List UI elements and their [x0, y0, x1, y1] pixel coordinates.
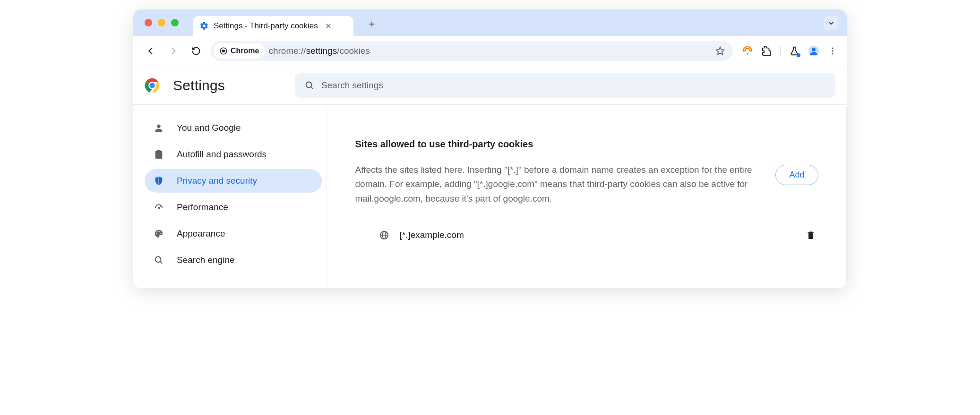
sidebar-item-label: Appearance: [177, 229, 225, 239]
chrome-logo-icon: [145, 78, 160, 93]
palette-icon: [153, 229, 164, 239]
close-tab-button[interactable]: [323, 21, 334, 31]
person-icon: [153, 123, 164, 133]
sidebar-item-appearance[interactable]: Appearance: [145, 222, 322, 246]
minimize-window-button[interactable]: [158, 19, 165, 26]
svg-point-3: [797, 53, 800, 57]
vpn-extension-icon[interactable]: [742, 46, 753, 56]
browser-window: Settings - Third-party cookies Chrome: [133, 9, 847, 288]
search-placeholder: Search settings: [321, 80, 383, 91]
search-icon: [304, 80, 315, 91]
sidebar-item-autofill[interactable]: Autofill and passwords: [145, 143, 322, 166]
labs-flask-icon[interactable]: [789, 46, 799, 56]
close-window-button[interactable]: [145, 19, 152, 26]
sidebar-item-label: Search engine: [177, 255, 235, 265]
extension-icons: [742, 45, 837, 57]
globe-icon: [379, 230, 389, 240]
svg-rect-14: [157, 150, 160, 152]
settings-search-input[interactable]: Search settings: [295, 73, 835, 98]
sidebar-item-label: Privacy and security: [177, 176, 257, 186]
section-heading: Sites allowed to use third-party cookies: [355, 139, 818, 150]
tab-search-button[interactable]: [824, 16, 838, 30]
settings-body: You and Google Autofill and passwords Pr…: [133, 106, 847, 288]
url-display: chrome://settings/cookies: [268, 46, 370, 56]
cookies-section: Sites allowed to use third-party cookies…: [355, 106, 818, 288]
sidebar-item-label: You and Google: [177, 123, 241, 133]
fullscreen-window-button[interactable]: [171, 19, 179, 26]
svg-point-2: [747, 52, 748, 54]
svg-rect-15: [157, 153, 160, 154]
page-content: Settings Search settings You and Google …: [133, 66, 847, 288]
sidebar-item-search-engine[interactable]: Search engine: [145, 248, 322, 272]
site-info-chip[interactable]: Chrome: [214, 43, 265, 59]
site-chip-label: Chrome: [231, 47, 259, 55]
svg-rect-16: [157, 155, 160, 156]
svg-point-20: [159, 231, 160, 232]
new-tab-button[interactable]: [365, 17, 379, 31]
speedometer-icon: [153, 202, 164, 212]
svg-point-21: [160, 233, 161, 234]
section-description: Affects the sites listed here. Inserting…: [355, 163, 762, 206]
settings-sidebar: You and Google Autofill and passwords Pr…: [133, 106, 327, 288]
browser-tab[interactable]: Settings - Third-party cookies: [193, 16, 353, 36]
settings-gear-icon: [199, 21, 209, 31]
toolbar-separator: [780, 46, 781, 56]
sidebar-item-performance[interactable]: Performance: [145, 195, 322, 219]
delete-site-button[interactable]: [803, 228, 818, 243]
sidebar-item-label: Performance: [177, 202, 228, 212]
svg-point-19: [157, 231, 158, 232]
forward-button[interactable]: [165, 43, 181, 59]
svg-point-7: [832, 50, 833, 51]
svg-point-18: [156, 233, 157, 234]
tab-strip: Settings - Third-party cookies: [133, 9, 847, 36]
sidebar-item-you-and-google[interactable]: You and Google: [145, 116, 322, 140]
tab-title: Settings - Third-party cookies: [214, 21, 318, 31]
settings-header: Settings Search settings: [133, 66, 847, 105]
address-bar[interactable]: Chrome chrome://settings/cookies: [211, 41, 733, 61]
search-icon: [153, 255, 164, 265]
site-pattern: [*.]example.com: [400, 230, 793, 240]
shield-icon: [153, 176, 164, 186]
sidebar-item-privacy[interactable]: Privacy and security: [145, 169, 322, 193]
svg-point-17: [158, 207, 160, 209]
svg-point-12: [306, 82, 312, 87]
window-controls: [145, 19, 179, 26]
clipboard-icon: [153, 149, 164, 160]
svg-point-22: [155, 257, 161, 263]
reload-button[interactable]: [188, 43, 204, 59]
back-button[interactable]: [143, 43, 159, 59]
svg-point-1: [222, 50, 225, 52]
allowed-site-row: [*.]example.com: [355, 218, 818, 243]
svg-point-11: [149, 83, 155, 88]
extensions-puzzle-icon[interactable]: [761, 46, 772, 56]
kebab-menu-icon[interactable]: [828, 46, 837, 56]
sidebar-item-label: Autofill and passwords: [177, 149, 266, 160]
settings-main: Sites allowed to use third-party cookies…: [327, 106, 847, 288]
page-title: Settings: [173, 77, 225, 93]
bookmark-star-icon[interactable]: [715, 46, 725, 56]
profile-avatar-icon[interactable]: [808, 45, 819, 57]
svg-point-6: [832, 47, 833, 49]
add-button[interactable]: Add: [775, 165, 818, 185]
toolbar: Chrome chrome://settings/cookies: [133, 36, 847, 66]
svg-point-8: [832, 53, 833, 54]
svg-point-13: [157, 125, 160, 128]
svg-point-5: [812, 48, 816, 51]
